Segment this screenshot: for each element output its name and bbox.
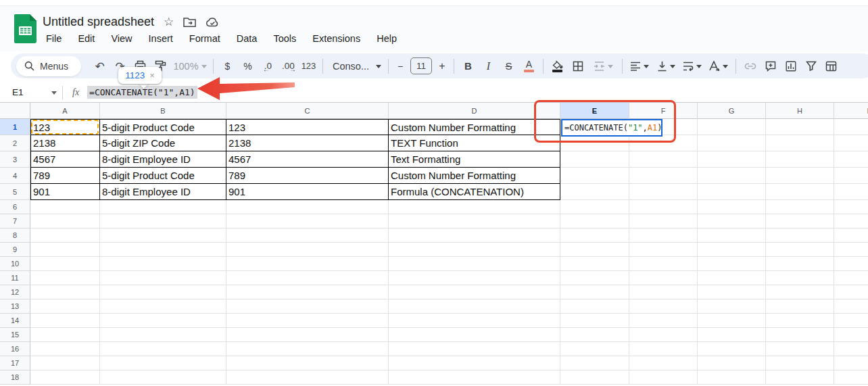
- cell-I3[interactable]: [834, 151, 868, 168]
- cell-B10[interactable]: [100, 257, 226, 271]
- move-folder-icon[interactable]: [183, 17, 196, 28]
- row-header-11[interactable]: 11: [0, 271, 30, 285]
- cell-E15[interactable]: [560, 328, 629, 342]
- cell-F9[interactable]: [629, 243, 698, 257]
- sheets-logo-icon[interactable]: [14, 14, 37, 43]
- cell-C12[interactable]: [226, 285, 389, 299]
- cell-G6[interactable]: [698, 200, 766, 214]
- row-header-18[interactable]: 18: [0, 370, 30, 385]
- cell-F7[interactable]: [629, 214, 698, 228]
- cell-E6[interactable]: [560, 200, 629, 214]
- cell-D4[interactable]: Custom Number Formatting: [389, 168, 560, 184]
- cell-E11[interactable]: [560, 271, 629, 285]
- cell-C11[interactable]: [226, 271, 389, 285]
- row-header-8[interactable]: 8: [0, 228, 30, 243]
- cell-I2[interactable]: [834, 135, 868, 151]
- cell-E14[interactable]: [560, 314, 629, 328]
- cell-G8[interactable]: [698, 228, 766, 243]
- font-select[interactable]: Conso...: [327, 57, 384, 76]
- insert-link-button[interactable]: [740, 57, 760, 76]
- cell-F8[interactable]: [629, 228, 698, 243]
- row-header-4[interactable]: 4: [0, 168, 30, 184]
- cell-H4[interactable]: [766, 168, 834, 184]
- row-header-9[interactable]: 9: [0, 243, 30, 257]
- cell-G5[interactable]: [698, 184, 766, 200]
- cell-B9[interactable]: [100, 243, 226, 257]
- cell-A4[interactable]: 789: [30, 168, 100, 184]
- cell-A10[interactable]: [30, 257, 100, 271]
- row-header-17[interactable]: 17: [0, 356, 30, 370]
- column-header-G[interactable]: G: [698, 103, 766, 119]
- cell-H14[interactable]: [766, 314, 834, 328]
- cell-D14[interactable]: [389, 314, 560, 328]
- cell-G17[interactable]: [698, 356, 766, 370]
- cell-G10[interactable]: [698, 257, 766, 271]
- cell-F11[interactable]: [629, 271, 698, 285]
- cell-G15[interactable]: [698, 328, 766, 342]
- cell-D3[interactable]: Text Formatting: [389, 151, 560, 168]
- cell-A18[interactable]: [30, 370, 100, 385]
- cell-B11[interactable]: [100, 271, 226, 285]
- cell-H8[interactable]: [766, 228, 834, 243]
- cell-I5[interactable]: [834, 184, 868, 200]
- document-title[interactable]: Untitled spreadsheet: [43, 15, 154, 29]
- cell-G9[interactable]: [698, 243, 766, 257]
- tooltip-close-icon[interactable]: ×: [149, 70, 155, 80]
- cell-I15[interactable]: [834, 328, 868, 342]
- fill-color-button[interactable]: [548, 57, 567, 76]
- cell-F6[interactable]: [629, 200, 698, 214]
- cell-C8[interactable]: [226, 228, 389, 243]
- cell-H2[interactable]: [766, 135, 834, 151]
- cell-C6[interactable]: [226, 200, 389, 214]
- cell-H6[interactable]: [766, 200, 834, 214]
- cell-C16[interactable]: [226, 342, 389, 356]
- cell-I4[interactable]: [834, 168, 868, 184]
- cloud-status-icon[interactable]: [206, 17, 220, 27]
- cell-C3[interactable]: 4567: [226, 151, 389, 168]
- cell-I13[interactable]: [834, 299, 868, 314]
- row-header-7[interactable]: 7: [0, 214, 30, 228]
- cell-A8[interactable]: [30, 228, 100, 243]
- cell-B13[interactable]: [100, 299, 226, 314]
- menu-item-extensions[interactable]: Extensions: [308, 32, 365, 45]
- cell-A2[interactable]: 2138: [30, 135, 100, 151]
- cell-B2[interactable]: 5-digit ZIP Code: [100, 135, 226, 151]
- row-header-10[interactable]: 10: [0, 257, 30, 271]
- cell-D6[interactable]: [389, 200, 560, 214]
- cell-A14[interactable]: [30, 314, 100, 328]
- cell-C9[interactable]: [226, 243, 389, 257]
- cell-G1[interactable]: [698, 119, 766, 135]
- cell-E5[interactable]: [560, 184, 629, 200]
- cell-B8[interactable]: [100, 228, 226, 243]
- cell-B16[interactable]: [100, 342, 226, 356]
- select-all-corner[interactable]: [0, 103, 30, 119]
- cell-B7[interactable]: [100, 214, 226, 228]
- cell-C2[interactable]: 2138: [226, 135, 389, 151]
- cell-A17[interactable]: [30, 356, 100, 370]
- cell-A12[interactable]: [30, 285, 100, 299]
- cell-H3[interactable]: [766, 151, 834, 168]
- insert-table-button[interactable]: [821, 57, 841, 76]
- column-header-I[interactable]: I: [834, 103, 868, 119]
- increase-font-size-button[interactable]: +: [435, 57, 450, 76]
- cell-G3[interactable]: [698, 151, 766, 168]
- column-header-H[interactable]: H: [766, 103, 834, 119]
- cell-I11[interactable]: [834, 271, 868, 285]
- cell-D15[interactable]: [389, 328, 560, 342]
- cell-C7[interactable]: [226, 214, 389, 228]
- cell-B6[interactable]: [100, 200, 226, 214]
- cell-F5[interactable]: [629, 184, 698, 200]
- row-header-5[interactable]: 5: [0, 184, 30, 200]
- name-box[interactable]: E1: [0, 87, 62, 97]
- row-header-1[interactable]: 1: [0, 119, 30, 135]
- cell-B3[interactable]: 8-digit Employee ID: [100, 151, 226, 168]
- cell-E17[interactable]: [560, 356, 629, 370]
- cell-A13[interactable]: [30, 299, 100, 314]
- cell-H10[interactable]: [766, 257, 834, 271]
- cell-A3[interactable]: 4567: [30, 151, 100, 168]
- cell-A9[interactable]: [30, 243, 100, 257]
- cell-A16[interactable]: [30, 342, 100, 356]
- cell-F16[interactable]: [629, 342, 698, 356]
- cell-B15[interactable]: [100, 328, 226, 342]
- bold-button[interactable]: B: [458, 57, 478, 76]
